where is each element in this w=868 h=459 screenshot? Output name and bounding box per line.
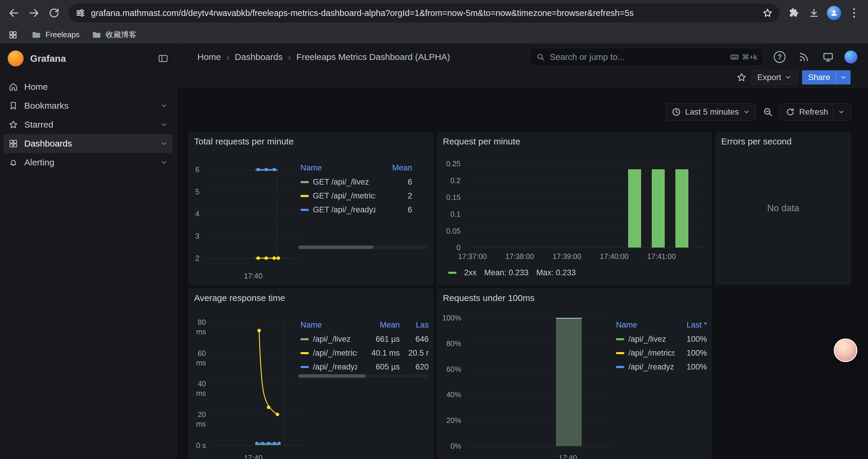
share-button[interactable]: Share <box>802 70 850 85</box>
grafana-logo[interactable] <box>8 51 24 66</box>
download-icon <box>808 7 819 19</box>
legend-col-mean[interactable]: Mean <box>361 320 400 330</box>
reload-button[interactable] <box>45 4 63 22</box>
url-bar[interactable]: grafana.mathmast.com/d/deytv4rwavabkb/fr… <box>68 4 779 23</box>
rpm-bars <box>628 164 688 248</box>
sidebar-item-label: Home <box>24 82 48 92</box>
sidebar-item-alerting[interactable]: Alerting <box>4 153 173 172</box>
y-tick: 0.05 <box>440 226 461 236</box>
legend-row[interactable]: GET /api/_/metrics 2 <box>301 191 412 201</box>
sidebar-item-label: Alerting <box>24 157 54 167</box>
browser-menu-button[interactable] <box>845 4 863 22</box>
legend-col-mean[interactable]: Mean <box>380 163 412 173</box>
legend-col-name[interactable]: Name <box>301 163 375 173</box>
kebab-icon <box>853 8 855 10</box>
x-tick: 17:39:00 <box>546 252 588 261</box>
series-swatch <box>301 195 309 197</box>
series-swatch <box>448 272 457 274</box>
legend-row[interactable]: /api/_/metrics 100% <box>616 348 707 358</box>
sidebar-item-dashboards[interactable]: Dashboards <box>4 134 173 153</box>
bookmarks-bar: Freeleaps 收藏博客 <box>0 26 868 44</box>
x-tick: 17:37:00 <box>452 252 493 261</box>
news-button[interactable] <box>796 49 812 65</box>
scrollbar-thumb[interactable] <box>298 245 373 249</box>
legend-row[interactable]: /api/_/livez 661 µs 646 <box>301 334 429 344</box>
sidebar-item-label: Bookmarks <box>24 101 68 111</box>
plot-area <box>203 169 301 258</box>
refresh-button[interactable]: Refresh <box>780 103 850 121</box>
apps-grid-button[interactable] <box>6 28 20 41</box>
y-tick: 6 <box>189 165 199 174</box>
legend-col-last[interactable]: Last * <box>679 320 707 330</box>
grid-icon <box>8 30 18 40</box>
legend-row[interactable]: /api/_/readyz 100% <box>616 362 707 372</box>
bookmark-folder-blogs[interactable]: 收藏博客 <box>92 30 136 40</box>
display-button[interactable] <box>820 49 836 65</box>
profile-avatar <box>827 6 841 20</box>
dashboards-icon <box>8 138 18 149</box>
legend-row[interactable]: GET /api/_/livez 6 <box>301 177 412 187</box>
forward-button[interactable] <box>25 4 43 22</box>
downloads-button[interactable] <box>805 4 823 22</box>
series-mean: Mean: 0.233 <box>484 268 529 277</box>
grafana-header: Home › Dashboards › Freeleaps Metrics Da… <box>177 44 868 70</box>
back-button[interactable] <box>5 4 23 22</box>
legend-row[interactable]: /api/_/livez 100% <box>616 334 707 344</box>
no-data-message: No data <box>716 132 850 284</box>
panel-title[interactable]: Request per minute <box>443 136 520 146</box>
sidebar-item-label: Starred <box>24 120 53 130</box>
chevron-down-icon[interactable] <box>160 121 168 129</box>
legend-row[interactable]: /api/_/metrics 40.1 ms 20.5 r <box>301 348 429 358</box>
floating-assistant-avatar[interactable] <box>834 338 857 362</box>
chevron-down-icon[interactable] <box>160 140 168 147</box>
sidebar-collapse-button[interactable] <box>158 53 168 64</box>
legend-col-name[interactable]: Name <box>301 320 357 330</box>
legend-row[interactable]: GET /api/_/readyz 6 <box>301 205 412 215</box>
export-button[interactable]: Export <box>752 70 797 85</box>
panel-title[interactable]: Total requests per minute <box>194 136 294 146</box>
x-tick: 17:40 <box>241 271 265 281</box>
x-tick: 17:38:00 <box>499 252 540 261</box>
y-tick: 60 ms <box>189 349 206 367</box>
y-tick: 80% <box>440 339 461 348</box>
time-range-picker[interactable]: Last 5 minutes <box>666 103 756 121</box>
breadcrumb-home[interactable]: Home <box>197 52 221 62</box>
chevron-down-icon[interactable] <box>160 159 168 166</box>
series-name[interactable]: 2xx <box>464 268 476 277</box>
series-swatch <box>616 338 624 340</box>
x-tick: 17:41:00 <box>641 252 682 261</box>
help-button[interactable]: ? <box>772 49 788 65</box>
y-tick: 0 s <box>189 441 206 450</box>
scrollbar-thumb[interactable] <box>298 374 366 378</box>
legend-row[interactable]: /api/_/readyz 605 µs 620 <box>301 362 429 372</box>
bookmark-star-icon[interactable] <box>762 8 773 18</box>
search-input[interactable] <box>550 52 725 62</box>
legend-col-last[interactable]: Las <box>404 320 429 330</box>
chevron-down-icon[interactable] <box>838 108 845 116</box>
bell-icon <box>8 157 18 167</box>
reload-icon <box>48 7 60 19</box>
dashboard-toolbar: Export Share <box>177 70 868 88</box>
chevron-down-icon[interactable] <box>160 102 168 109</box>
zoom-out-button[interactable] <box>759 103 776 121</box>
sidebar-item-home[interactable]: Home <box>4 77 173 96</box>
series-max: Max: 0.233 <box>536 268 576 277</box>
site-settings-icon[interactable] <box>75 8 86 18</box>
legend-scrollbar[interactable] <box>298 374 428 378</box>
share-dropdown[interactable] <box>836 70 850 85</box>
bookmark-folder-freeleaps[interactable]: Freeleaps <box>31 30 80 40</box>
legend-col-name[interactable]: Name <box>616 320 675 330</box>
profile-button[interactable] <box>825 4 843 22</box>
folder-icon <box>31 30 41 40</box>
star-outline-icon <box>736 72 747 83</box>
favorite-dashboard-button[interactable] <box>736 72 747 83</box>
panel-title[interactable]: Average response time <box>194 293 285 303</box>
sidebar-item-bookmarks[interactable]: Bookmarks <box>4 96 173 115</box>
panel-title[interactable]: Requests under 100ms <box>443 293 534 303</box>
sidebar-item-starred[interactable]: Starred <box>4 115 173 134</box>
extensions-button[interactable] <box>785 4 803 22</box>
breadcrumb-dashboards[interactable]: Dashboards <box>235 52 283 62</box>
org-avatar[interactable] <box>844 51 857 64</box>
search-box[interactable]: ⌘+k <box>530 48 764 66</box>
legend-scrollbar[interactable] <box>298 245 428 249</box>
